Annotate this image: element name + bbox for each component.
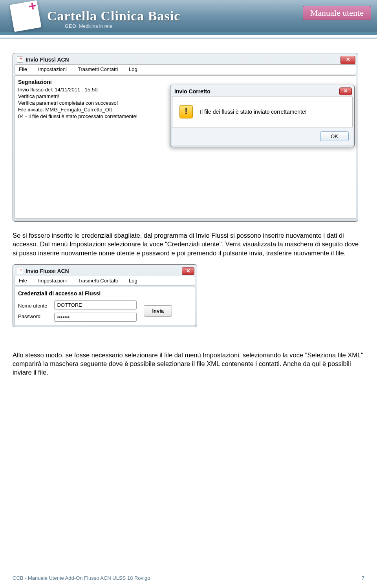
page-header: Cartella Clinica Basic GEO Medicina in r…	[0, 0, 377, 35]
dialog-titlebar: Invio Corretto ✕	[172, 87, 353, 96]
ok-button[interactable]: OK	[320, 131, 349, 141]
window-title: Invio Flussi ACN	[26, 268, 69, 274]
menu-log[interactable]: Log	[129, 278, 137, 284]
menu-trasmetti[interactable]: Trasmetti Contatti	[78, 278, 118, 284]
footer-page-number: 7	[362, 575, 364, 581]
folder-medical-icon	[9, 0, 41, 32]
header-subtitle: GEO Medicina in rete	[65, 24, 112, 29]
page-footer: CCB - Manuale Utente Add-On Flusso ACN U…	[13, 575, 364, 581]
dialog-message: Il file dei flussi è stato inviato corre…	[200, 109, 307, 115]
app-icon	[17, 56, 23, 63]
header-badge: Manuale utente	[303, 6, 371, 20]
menubar: File Impostazioni Trasmetti Contatti Log	[15, 276, 195, 286]
paragraph-1: Se si fossero inserite le credenziali sb…	[13, 231, 364, 257]
dialog-invio-corretto: Invio Corretto ✕ ! Il file dei flussi è …	[170, 85, 355, 147]
dialog-footer: OK	[172, 127, 353, 145]
close-icon[interactable]: ✕	[339, 87, 352, 95]
window-titlebar: Invio Flussi ACN ✕	[15, 266, 195, 276]
credentials-group: Credenziali di accesso ai Flussi Nome ut…	[15, 287, 195, 325]
password-field[interactable]	[54, 313, 137, 322]
window-title: Invio Flussi ACN	[26, 56, 69, 63]
header-divider	[0, 35, 377, 38]
close-icon[interactable]: ✕	[182, 267, 194, 275]
invia-button[interactable]: Invia	[144, 305, 172, 317]
label-username: Nome utente	[18, 303, 47, 309]
menu-impostazioni[interactable]: Impostazioni	[38, 66, 67, 72]
menubar: File Impostazioni Trasmetti Contatti Log	[15, 64, 356, 74]
window-titlebar: Invio Flussi ACN ✕	[15, 55, 356, 64]
username-field[interactable]	[54, 300, 137, 309]
window-invio-flussi: Invio Flussi ACN ✕ File Impostazioni Tra…	[13, 53, 358, 222]
header-title: Cartella Clinica Basic	[47, 9, 180, 24]
app-icon	[17, 268, 23, 274]
dialog-title-text: Invio Corretto	[174, 88, 210, 95]
menu-file[interactable]: File	[19, 66, 27, 72]
menu-trasmetti[interactable]: Trasmetti Contatti	[78, 66, 118, 72]
warning-icon: !	[179, 105, 193, 118]
window-credentials: Invio Flussi ACN ✕ File Impostazioni Tra…	[13, 264, 197, 327]
close-icon[interactable]: ✕	[340, 56, 355, 64]
group-title: Credenziali di accesso ai Flussi	[18, 290, 192, 297]
menu-file[interactable]: File	[19, 278, 27, 284]
paragraph-2: Allo stesso modo, se fosse necessario se…	[13, 351, 364, 377]
header-brand: GEO	[65, 24, 77, 29]
header-subtext: Medicina in rete	[79, 24, 112, 29]
group-title: Segnalazioni	[18, 79, 353, 85]
footer-left: CCB - Manuale Utente Add-On Flusso ACN U…	[13, 575, 150, 581]
menu-impostazioni[interactable]: Impostazioni	[38, 278, 67, 284]
dialog-body: ! Il file dei flussi è stato inviato cor…	[172, 96, 353, 127]
label-password: Password	[18, 313, 47, 319]
menu-log[interactable]: Log	[129, 66, 137, 72]
